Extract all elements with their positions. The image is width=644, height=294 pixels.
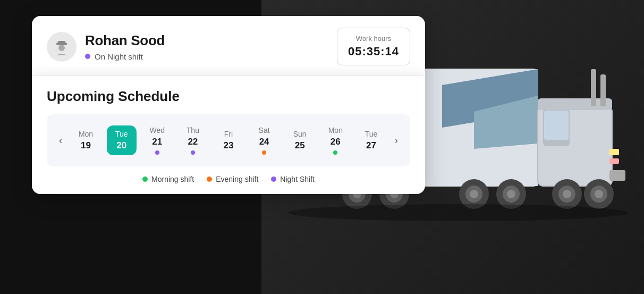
schedule-section: Upcoming Schedule ‹ Mon19Tue20Wed21Thu22… [32,75,425,194]
day-name: Wed [149,126,165,135]
svg-point-29 [288,204,628,221]
status-dot [85,54,90,59]
day-item-tue20[interactable]: Tue20 [107,125,137,155]
profile-info: Rohan Sood On Night shift [85,32,165,61]
svg-point-35 [58,45,65,51]
day-name: Tue [365,130,378,138]
day-dot [262,150,266,155]
day-item-mon26[interactable]: Mon26 [320,122,350,159]
day-name: Thu [187,126,199,135]
day-number: 21 [152,137,162,147]
day-name: Tue [115,130,128,138]
days-row: Mon19Tue20Wed21Thu22Fri23Sat24Sun25Mon26… [69,122,388,159]
day-name: Sat [259,126,270,135]
work-hours-time: 05:35:14 [348,45,399,58]
svg-rect-32 [609,158,619,164]
day-item-wed21[interactable]: Wed21 [142,122,172,159]
svg-rect-31 [609,149,619,155]
day-item-sat24[interactable]: Sat24 [249,122,279,159]
svg-rect-34 [58,41,65,44]
avatar [47,32,77,62]
day-name: Mon [79,130,93,138]
calendar-strip: ‹ Mon19Tue20Wed21Thu22Fri23Sat24Sun25Mon… [47,114,410,166]
day-item-tue27[interactable]: Tue27 [356,125,386,155]
legend-item: Evening shift [207,175,258,183]
svg-point-28 [595,190,603,198]
legend-label: Evening shift [216,175,258,183]
legend: Morning shiftEvening shiftNight Shift [47,175,410,183]
svg-rect-10 [600,74,606,106]
svg-point-19 [470,190,478,198]
day-number: 26 [331,137,341,147]
day-name: Fri [224,130,233,138]
day-number: 20 [116,140,126,151]
day-item-thu22[interactable]: Thu22 [178,122,208,159]
schedule-card: Rohan Sood On Night shift Work hours 05:… [32,16,425,194]
legend-item: Morning shift [142,175,194,183]
day-number: 24 [259,137,269,147]
main-card: Rohan Sood On Night shift Work hours 05:… [32,16,425,194]
next-button[interactable]: › [388,132,405,149]
legend-item: Night Shift [271,175,315,183]
day-number: 22 [188,137,198,147]
prev-button[interactable]: ‹ [52,132,69,149]
svg-rect-7 [544,111,569,140]
day-item-fri23[interactable]: Fri23 [214,125,243,155]
profile-header: Rohan Sood On Night shift Work hours 05:… [32,16,425,75]
svg-point-25 [563,190,571,198]
profile-status: On Night shift [85,52,165,61]
svg-point-22 [507,190,515,198]
day-dot [333,150,337,155]
day-name: Mon [328,126,343,135]
day-dot [191,150,195,155]
svg-rect-30 [609,170,625,181]
day-dot [155,150,159,155]
day-number: 25 [295,140,305,151]
svg-rect-9 [591,69,596,106]
work-hours-box: Work hours 05:35:14 [337,28,410,65]
driver-icon [52,37,71,56]
legend-dot [207,177,212,182]
day-number: 23 [224,140,234,151]
work-hours-label: Work hours [348,35,399,43]
legend-dot [271,177,276,182]
legend-dot [142,177,148,182]
day-name: Sun [293,130,307,138]
day-number: 27 [366,140,376,151]
day-item-mon19[interactable]: Mon19 [71,125,101,155]
day-number: 19 [81,140,91,151]
legend-label: Morning shift [151,175,194,183]
legend-label: Night Shift [280,175,315,183]
schedule-title: Upcoming Schedule [47,88,410,105]
profile-left: Rohan Sood On Night shift [47,32,165,62]
profile-name: Rohan Sood [85,32,165,49]
status-label: On Night shift [95,52,143,61]
day-item-sun25[interactable]: Sun25 [285,125,315,155]
